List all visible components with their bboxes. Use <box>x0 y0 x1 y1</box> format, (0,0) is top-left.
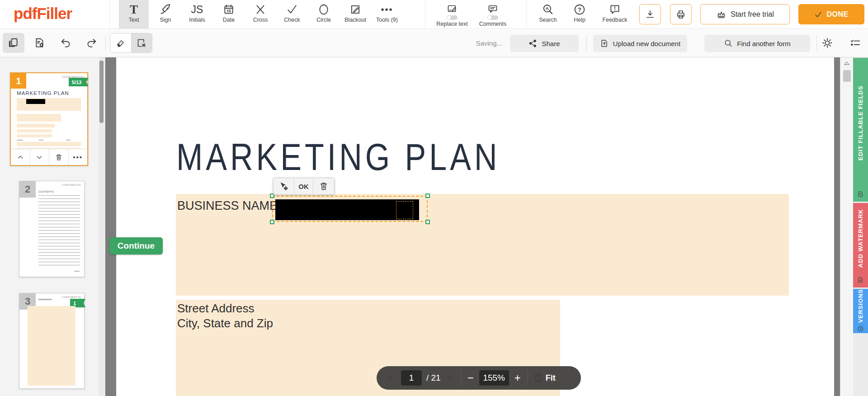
comments-icon <box>487 4 498 14</box>
replace-text-toggle[interactable]: Replace text <box>430 0 474 29</box>
thumb-2-toc-lines <box>38 195 80 268</box>
thumbnails-scrollbar-thumb[interactable] <box>99 61 104 123</box>
continue-button[interactable]: Continue <box>109 237 163 255</box>
clear-x-icon <box>136 38 147 48</box>
canvas-scrollbar[interactable] <box>840 57 853 396</box>
redo-button[interactable] <box>80 33 102 53</box>
secondary-toolbar: Saving... Share Upload new document Find… <box>0 29 868 57</box>
eraser-button[interactable] <box>110 33 131 52</box>
page-2-number-badge: 2 <box>19 181 36 198</box>
blackout-icon <box>349 4 361 15</box>
tool-sign[interactable]: Sign <box>151 0 180 29</box>
resize-handle-bottom-right[interactable] <box>425 220 430 224</box>
thumbnail-page-1[interactable]: 1 CONFIDENTIAL 5/13 MARKETING PLAN <box>10 72 88 166</box>
edit-fillable-fields-tab[interactable]: EDIT FILLABLE FIELDS <box>853 58 868 202</box>
page-1-number-badge: 1 <box>11 73 26 89</box>
ok-button[interactable]: OK <box>294 178 313 194</box>
comments-switch[interactable] <box>487 15 498 20</box>
thumbnail-page-2[interactable]: 2 CONFIDENTIAL CONTENTS <box>19 181 85 277</box>
settings-button[interactable] <box>816 33 838 53</box>
feedback-button[interactable]: ! Feedback <box>598 0 632 29</box>
fit-button[interactable]: Fit <box>534 373 556 383</box>
pager-divider <box>527 370 528 386</box>
delete-page-button[interactable] <box>49 149 69 165</box>
done-check-icon <box>814 10 822 19</box>
page-number-input[interactable]: 1 <box>401 370 422 386</box>
comments-toggle[interactable]: Comments <box>473 0 512 29</box>
checklist-button[interactable] <box>844 33 866 53</box>
tool-date-label: Date <box>223 17 235 23</box>
help-icon: ? <box>574 4 585 15</box>
move-page-up-button[interactable] <box>11 149 30 165</box>
page-more-options-button[interactable]: ••• <box>69 149 88 165</box>
toolbar-divider <box>109 0 110 29</box>
comments-label: Comments <box>479 21 506 27</box>
blackout-inner-caret-box <box>396 201 413 219</box>
confidential-label: CONFIDENTIAL <box>62 184 81 186</box>
help-button[interactable]: ? Help <box>565 0 594 29</box>
start-free-trial-button[interactable]: Start free trial <box>700 4 790 24</box>
add-watermark-tab[interactable]: ADD WATERMARK <box>853 203 868 288</box>
clear-selection-button[interactable] <box>131 33 152 52</box>
tool-cross[interactable]: Cross <box>245 0 275 29</box>
fillable-fields-icon <box>857 188 864 202</box>
thumbnail-page-3[interactable]: 3 CONFIDENTIAL 1 <box>19 293 85 389</box>
tool-circle[interactable]: Circle <box>309 0 339 29</box>
previous-page-chevron-icon[interactable] <box>387 373 396 382</box>
tool-text-label: Text <box>129 17 139 23</box>
add-watermark-label: ADD WATERMARK <box>857 203 864 274</box>
undo-icon <box>60 37 72 49</box>
search-icon: A <box>542 4 554 15</box>
tool-date[interactable]: 15 Date <box>214 0 244 29</box>
svg-text:!: ! <box>614 5 616 12</box>
move-cursor-icon <box>279 181 289 191</box>
canvas-scrollbar-thumb[interactable] <box>843 70 851 82</box>
delete-element-button[interactable] <box>313 178 334 194</box>
zoom-level-input[interactable]: 155% <box>479 370 509 386</box>
page-total-label: / 21 <box>426 373 441 383</box>
document-settings-button[interactable] <box>29 33 51 53</box>
versions-icon <box>857 323 864 336</box>
versions-tab[interactable]: VERSIONS <box>853 289 868 333</box>
find-another-form-button[interactable]: Find another form <box>704 35 810 52</box>
tool-tools-more[interactable]: ••• Tools (9) <box>372 0 402 29</box>
fit-page-icon <box>534 373 542 382</box>
tool-check[interactable]: Check <box>277 0 307 29</box>
thumb-3-field-block <box>28 306 75 386</box>
print-button[interactable] <box>670 4 692 24</box>
city-state-zip-text: City, State and Zip <box>177 316 273 331</box>
share-label: Share <box>542 40 560 47</box>
main-toolbar: pdfFiller T Text Sign JS Initials 15 Dat… <box>0 0 868 29</box>
ellipsis-icon: ••• <box>73 153 83 161</box>
resize-handle-bottom-left[interactable] <box>270 220 274 224</box>
pdffiller-logo[interactable]: pdfFiller <box>14 5 72 23</box>
undo-button[interactable] <box>55 33 77 53</box>
scroll-up-arrow-icon[interactable] <box>844 61 849 66</box>
tool-blackout[interactable]: Blackout <box>340 0 370 29</box>
zoom-in-button[interactable]: + <box>514 373 521 382</box>
selection-mini-toolbar: OK <box>273 178 335 195</box>
feedback-label: Feedback <box>603 17 627 23</box>
chevron-down-icon <box>36 154 43 161</box>
print-icon <box>675 9 686 20</box>
move-element-button[interactable] <box>274 178 294 194</box>
page-manager-button[interactable] <box>3 33 24 53</box>
search-button[interactable]: A Search <box>533 0 563 29</box>
thumbnails-scrollbar[interactable] <box>99 57 104 396</box>
thumbnails-panel: 1 CONFIDENTIAL 5/13 MARKETING PLAN <box>0 57 105 396</box>
tool-text[interactable]: T Text <box>119 0 149 29</box>
upload-new-document-button[interactable]: Upload new document <box>593 35 687 52</box>
move-page-down-button[interactable] <box>30 149 50 165</box>
tool-initials[interactable]: JS Initials <box>182 0 212 29</box>
pages-icon <box>8 37 19 49</box>
download-button[interactable] <box>639 4 661 24</box>
zoom-out-button[interactable]: − <box>467 373 474 382</box>
next-page-chevron-icon[interactable] <box>445 373 454 382</box>
resize-handle-top-right[interactable] <box>425 193 430 198</box>
done-button[interactable]: DONE <box>798 4 864 24</box>
replace-text-switch[interactable] <box>447 15 458 20</box>
cross-x-icon <box>255 4 266 15</box>
tool-cross-label: Cross <box>253 17 268 23</box>
gear-icon <box>821 37 833 49</box>
share-button[interactable]: Share <box>510 35 579 52</box>
